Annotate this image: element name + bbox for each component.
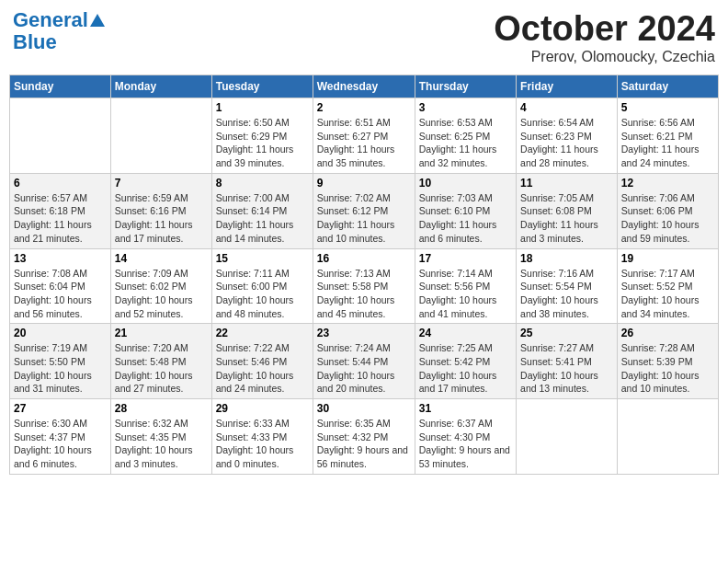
day-number: 2	[317, 101, 411, 114]
week-row-5: 27Sunrise: 6:30 AM Sunset: 4:37 PM Dayli…	[10, 399, 719, 475]
day-info: Sunrise: 6:35 AM Sunset: 4:32 PM Dayligh…	[317, 417, 411, 471]
day-info: Sunrise: 7:11 AM Sunset: 6:00 PM Dayligh…	[216, 267, 309, 321]
day-number: 12	[621, 177, 714, 190]
day-number: 22	[216, 327, 309, 339]
day-info: Sunrise: 6:30 AM Sunset: 4:37 PM Dayligh…	[14, 417, 107, 471]
day-number: 10	[419, 177, 512, 190]
day-info: Sunrise: 7:03 AM Sunset: 6:10 PM Dayligh…	[419, 191, 512, 246]
day-number: 8	[216, 177, 309, 190]
day-info: Sunrise: 7:06 AM Sunset: 6:06 PM Dayligh…	[621, 191, 714, 246]
calendar-cell: 10Sunrise: 7:03 AM Sunset: 6:10 PM Dayli…	[415, 173, 516, 248]
calendar-cell: 12Sunrise: 7:06 AM Sunset: 6:06 PM Dayli…	[617, 173, 718, 248]
day-number: 6	[14, 177, 107, 190]
day-number: 18	[520, 252, 613, 265]
day-number: 25	[520, 327, 613, 339]
day-info: Sunrise: 7:13 AM Sunset: 5:58 PM Dayligh…	[317, 267, 411, 321]
week-row-4: 20Sunrise: 7:19 AM Sunset: 5:50 PM Dayli…	[10, 324, 719, 399]
day-number: 27	[14, 402, 107, 415]
day-number: 7	[115, 177, 208, 190]
day-info: Sunrise: 6:37 AM Sunset: 4:30 PM Dayligh…	[419, 417, 512, 471]
calendar-cell: 14Sunrise: 7:09 AM Sunset: 6:02 PM Dayli…	[110, 248, 211, 324]
calendar-cell: 9Sunrise: 7:02 AM Sunset: 6:12 PM Daylig…	[313, 173, 415, 248]
calendar-cell	[517, 399, 618, 475]
calendar-cell	[10, 98, 111, 174]
day-info: Sunrise: 7:09 AM Sunset: 6:02 PM Dayligh…	[115, 267, 208, 321]
day-number: 30	[317, 402, 411, 415]
day-number: 14	[115, 252, 208, 265]
day-info: Sunrise: 7:19 AM Sunset: 5:50 PM Dayligh…	[14, 341, 107, 396]
day-info: Sunrise: 7:08 AM Sunset: 6:04 PM Dayligh…	[14, 267, 107, 321]
calendar-cell: 11Sunrise: 7:05 AM Sunset: 6:08 PM Dayli…	[517, 173, 618, 248]
day-number: 16	[317, 252, 411, 265]
day-info: Sunrise: 7:14 AM Sunset: 5:56 PM Dayligh…	[419, 267, 512, 321]
logo-general: General	[13, 8, 88, 31]
day-info: Sunrise: 6:57 AM Sunset: 6:18 PM Dayligh…	[14, 191, 107, 246]
day-info: Sunrise: 6:56 AM Sunset: 6:21 PM Dayligh…	[621, 116, 714, 170]
day-number: 28	[115, 402, 208, 415]
day-number: 17	[419, 252, 512, 265]
calendar-table: SundayMondayTuesdayWednesdayThursdayFrid…	[9, 75, 719, 475]
calendar-cell: 18Sunrise: 7:16 AM Sunset: 5:54 PM Dayli…	[517, 248, 618, 324]
day-number: 23	[317, 327, 411, 339]
day-info: Sunrise: 7:22 AM Sunset: 5:46 PM Dayligh…	[216, 341, 309, 396]
calendar-cell: 20Sunrise: 7:19 AM Sunset: 5:50 PM Dayli…	[10, 324, 111, 399]
calendar-cell: 8Sunrise: 7:00 AM Sunset: 6:14 PM Daylig…	[211, 173, 313, 248]
day-number: 20	[14, 327, 107, 339]
day-info: Sunrise: 7:28 AM Sunset: 5:39 PM Dayligh…	[621, 341, 714, 396]
calendar-cell: 25Sunrise: 7:27 AM Sunset: 5:41 PM Dayli…	[517, 324, 618, 399]
day-number: 26	[621, 327, 714, 339]
day-number: 3	[419, 101, 512, 114]
day-number: 9	[317, 177, 411, 190]
weekday-header-friday: Friday	[517, 75, 618, 98]
weekday-header-sunday: Sunday	[10, 75, 111, 98]
calendar-cell: 31Sunrise: 6:37 AM Sunset: 4:30 PM Dayli…	[415, 399, 516, 475]
week-row-1: 1Sunrise: 6:50 AM Sunset: 6:29 PM Daylig…	[10, 98, 719, 174]
day-info: Sunrise: 7:27 AM Sunset: 5:41 PM Dayligh…	[520, 341, 613, 396]
day-number: 11	[520, 177, 613, 190]
day-info: Sunrise: 7:00 AM Sunset: 6:14 PM Dayligh…	[216, 191, 309, 246]
calendar-cell: 24Sunrise: 7:25 AM Sunset: 5:42 PM Dayli…	[415, 324, 516, 399]
day-info: Sunrise: 6:54 AM Sunset: 6:23 PM Dayligh…	[520, 116, 613, 170]
day-number: 29	[216, 402, 309, 415]
calendar-cell: 26Sunrise: 7:28 AM Sunset: 5:39 PM Dayli…	[617, 324, 718, 399]
calendar-cell: 28Sunrise: 6:32 AM Sunset: 4:35 PM Dayli…	[110, 399, 211, 475]
title-block: October 2024 Prerov, Olomoucky, Czechia	[494, 9, 715, 65]
calendar-cell: 6Sunrise: 6:57 AM Sunset: 6:18 PM Daylig…	[10, 173, 111, 248]
day-info: Sunrise: 6:59 AM Sunset: 6:16 PM Dayligh…	[115, 191, 208, 246]
day-info: Sunrise: 6:32 AM Sunset: 4:35 PM Dayligh…	[115, 417, 208, 471]
logo: General Blue	[13, 9, 105, 53]
calendar-cell	[110, 98, 211, 174]
calendar-cell: 17Sunrise: 7:14 AM Sunset: 5:56 PM Dayli…	[415, 248, 516, 324]
calendar-cell: 19Sunrise: 7:17 AM Sunset: 5:52 PM Dayli…	[617, 248, 718, 324]
calendar-cell: 5Sunrise: 6:56 AM Sunset: 6:21 PM Daylig…	[617, 98, 718, 174]
day-number: 4	[520, 101, 613, 114]
weekday-header-monday: Monday	[110, 75, 211, 98]
day-number: 5	[621, 101, 714, 114]
calendar-cell: 29Sunrise: 6:33 AM Sunset: 4:33 PM Dayli…	[211, 399, 313, 475]
calendar-cell: 15Sunrise: 7:11 AM Sunset: 6:00 PM Dayli…	[211, 248, 313, 324]
day-info: Sunrise: 7:17 AM Sunset: 5:52 PM Dayligh…	[621, 267, 714, 321]
weekday-header-thursday: Thursday	[415, 75, 516, 98]
weekday-header-saturday: Saturday	[617, 75, 718, 98]
calendar-cell: 27Sunrise: 6:30 AM Sunset: 4:37 PM Dayli…	[10, 399, 111, 475]
calendar-cell: 16Sunrise: 7:13 AM Sunset: 5:58 PM Dayli…	[313, 248, 415, 324]
day-info: Sunrise: 7:02 AM Sunset: 6:12 PM Dayligh…	[317, 191, 411, 246]
day-info: Sunrise: 7:05 AM Sunset: 6:08 PM Dayligh…	[520, 191, 613, 246]
calendar-cell: 1Sunrise: 6:50 AM Sunset: 6:29 PM Daylig…	[211, 98, 313, 174]
day-info: Sunrise: 7:20 AM Sunset: 5:48 PM Dayligh…	[115, 341, 208, 396]
weekday-header-tuesday: Tuesday	[211, 75, 313, 98]
calendar-cell	[617, 399, 718, 475]
day-info: Sunrise: 6:53 AM Sunset: 6:25 PM Dayligh…	[419, 116, 512, 170]
calendar-cell: 3Sunrise: 6:53 AM Sunset: 6:25 PM Daylig…	[415, 98, 516, 174]
calendar-cell: 22Sunrise: 7:22 AM Sunset: 5:46 PM Dayli…	[211, 324, 313, 399]
day-info: Sunrise: 6:50 AM Sunset: 6:29 PM Dayligh…	[216, 116, 309, 170]
page-header: General Blue October 2024 Prerov, Olomou…	[9, 9, 719, 65]
logo-blue: Blue	[13, 31, 57, 53]
calendar-cell: 7Sunrise: 6:59 AM Sunset: 6:16 PM Daylig…	[110, 173, 211, 248]
day-number: 21	[115, 327, 208, 339]
day-number: 13	[14, 252, 107, 265]
day-info: Sunrise: 7:24 AM Sunset: 5:44 PM Dayligh…	[317, 341, 411, 396]
calendar-cell: 4Sunrise: 6:54 AM Sunset: 6:23 PM Daylig…	[517, 98, 618, 174]
day-number: 19	[621, 252, 714, 265]
weekday-header-row: SundayMondayTuesdayWednesdayThursdayFrid…	[10, 75, 719, 98]
